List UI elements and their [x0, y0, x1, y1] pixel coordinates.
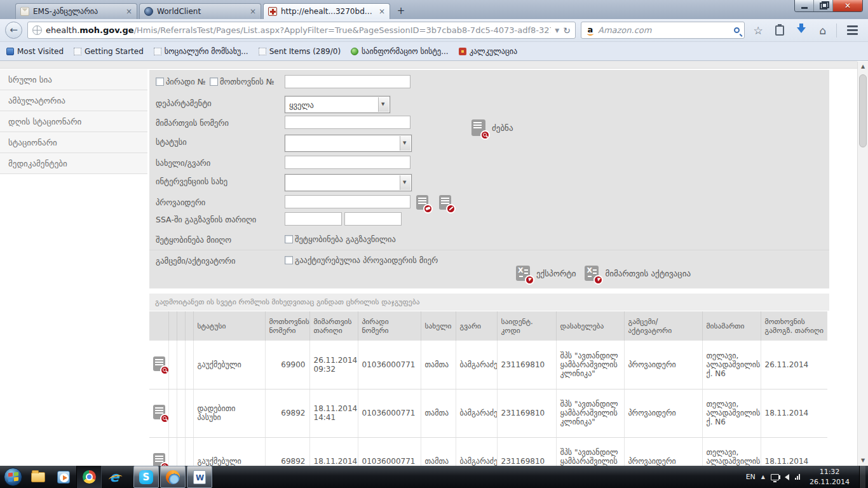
cell-personal-no: 01036000771 [358, 437, 421, 466]
sidebar-item-day-hospital[interactable]: დღის სტაციონარი [0, 111, 147, 132]
referral-number-label: მიმართვის ნომერი [156, 118, 229, 128]
tab-worldclient[interactable]: WorldClient [139, 3, 261, 19]
placeholder-favicon-icon [74, 48, 81, 55]
bookmark-sent-items[interactable]: Sent Items (289/0) [259, 47, 341, 56]
tab-ems[interactable]: EMS-კანცელარია [15, 3, 137, 19]
checkbox-icon[interactable] [285, 235, 293, 243]
referral-details-button[interactable] [153, 405, 165, 419]
amazon-engine-icon[interactable]: a [586, 25, 595, 36]
referral-details-button[interactable] [153, 356, 165, 371]
header-sent-date[interactable]: მოთხოვნის გამოგზ. თარიღი [761, 311, 827, 341]
header-referral-date[interactable]: მიმართვის თარიღი [309, 311, 358, 341]
chevron-down-icon[interactable] [400, 175, 410, 190]
department-select[interactable]: ყველა [285, 96, 390, 113]
search-button[interactable]: ძებნა [471, 119, 513, 136]
address-bar[interactable]: ehealth.moh.gov.ge/Hmis/ReferralsTest/Pa… [27, 22, 576, 39]
bookmark-getting-started[interactable]: Getting Started [74, 47, 144, 56]
url-text[interactable]: ehealth.moh.gov.ge/Hmis/ReferralsTest/Pa… [46, 25, 551, 35]
taskbar-firefox[interactable] [160, 466, 186, 488]
volume-tray-icon[interactable] [785, 474, 789, 480]
header-last-name[interactable]: გვარი [456, 311, 497, 341]
header-org-name[interactable]: დასახელება [556, 311, 624, 341]
show-desktop-button[interactable] [859, 466, 865, 488]
search-icon[interactable] [734, 27, 740, 33]
provider-edit-button[interactable] [439, 195, 451, 210]
downloads-icon[interactable] [797, 27, 806, 33]
bookmark-info-system[interactable]: საინფორმაციო სისტე... [351, 47, 449, 56]
clock[interactable]: 11:32 26.11.2014 [806, 467, 853, 487]
provider-input[interactable] [285, 195, 410, 208]
notification-sent-check[interactable]: შეტყობინება გაგზავნილია [285, 234, 396, 244]
taskbar-internet-explorer[interactable] [102, 466, 127, 488]
vertical-scrollbar[interactable] [857, 62, 868, 466]
reload-icon[interactable] [563, 25, 571, 36]
tab-ehealth-active[interactable]: http://ehealt...3270bde92cc5 [263, 3, 390, 19]
taskbar-chrome[interactable] [76, 466, 102, 488]
bookmark-calculation[interactable]: კალკულაცია [459, 47, 517, 56]
number-input[interactable] [285, 75, 410, 88]
site-identity-icon[interactable] [32, 25, 42, 35]
export-button[interactable]: ექსპორტი [516, 266, 576, 281]
minimize-button[interactable] [795, 0, 814, 11]
chevron-down-icon[interactable] [378, 97, 389, 112]
cell-sent-date: 18.11.2014 [761, 437, 827, 466]
taskbar-word[interactable] [187, 466, 212, 488]
header-request-no[interactable]: მოთხოვნის ნომერი [265, 311, 309, 341]
search-bar[interactable]: a [581, 22, 745, 39]
menu-icon[interactable] [847, 25, 858, 35]
ssa-date-to-input[interactable] [344, 212, 402, 226]
provider-pick-button[interactable] [416, 195, 428, 210]
url-dropdown-icon[interactable] [555, 27, 559, 34]
scrollbar-thumb[interactable] [859, 74, 867, 147]
media-player-icon [57, 471, 70, 484]
sidebar-item-full-list[interactable]: სრული სია [0, 69, 147, 90]
network-tray-icon[interactable] [795, 474, 800, 480]
checkbox-icon[interactable] [156, 78, 164, 86]
home-icon[interactable] [815, 24, 831, 37]
cell-address: თელავი, ალადაშვილის ქ. N6 [702, 341, 761, 389]
scroll-down-icon[interactable] [858, 456, 868, 466]
search-input[interactable] [598, 25, 731, 35]
ssa-date-from-input[interactable] [285, 212, 342, 226]
sidebar-item-ambulatory[interactable]: ამბულატორია [0, 90, 147, 111]
restore-button[interactable] [814, 0, 833, 11]
request-no-check[interactable]: მოთხოვნის № [210, 77, 275, 86]
header-address[interactable]: მისამართი [702, 311, 761, 341]
activated-by-provider-check[interactable]: გააქტიურებულია პროვაიდერის მიერ [285, 255, 438, 265]
sidebar-item-medications[interactable]: მედიკამენტები [0, 153, 147, 174]
bookmark-social-service[interactable]: სოციალური მომსახუ... [154, 47, 248, 56]
hidden-icons-arrow-icon[interactable] [761, 474, 765, 480]
taskbar-explorer[interactable] [25, 466, 51, 488]
bookmarks-menu-icon[interactable] [775, 25, 784, 36]
tab-close-icon[interactable] [379, 7, 385, 16]
taskbar-media-player[interactable] [51, 466, 76, 488]
taskbar-skype[interactable] [133, 466, 159, 488]
checkbox-icon[interactable] [285, 256, 293, 264]
bookmark-star-icon[interactable] [750, 24, 766, 37]
bookmark-most-visited[interactable]: Most Visited [6, 47, 64, 56]
referral-number-input[interactable] [285, 116, 410, 129]
personal-no-check[interactable]: პირადი № [156, 77, 206, 86]
header-personal-no[interactable]: პირადი ნომერი [358, 311, 421, 341]
header-issuer[interactable]: გამცემი/აქტივატორი [624, 311, 702, 341]
header-status[interactable]: სტატუსი [193, 311, 265, 341]
scroll-up-icon[interactable] [858, 62, 868, 72]
header-ident-code[interactable]: საიდენტ. კოდი [497, 311, 556, 341]
referral-activation-button[interactable]: მიმართვის აქტივაცია [585, 266, 691, 281]
name-input[interactable] [285, 156, 410, 169]
start-button[interactable] [4, 468, 22, 486]
close-button[interactable] [833, 0, 862, 11]
status-select[interactable] [285, 135, 412, 152]
tab-close-icon[interactable] [126, 7, 132, 16]
referral-details-button[interactable] [153, 453, 165, 466]
checkbox-icon[interactable] [210, 78, 218, 86]
language-indicator[interactable]: EN [746, 473, 756, 481]
sidebar-item-hospital[interactable]: სტაციონარი [0, 132, 147, 153]
tab-close-icon[interactable] [250, 7, 256, 16]
chevron-down-icon[interactable] [400, 136, 410, 151]
back-button[interactable] [5, 22, 22, 39]
header-first-name[interactable]: სახელი [421, 311, 456, 341]
envelope-icon [20, 7, 29, 16]
new-tab-button[interactable] [393, 5, 409, 18]
intervention-select[interactable] [285, 174, 412, 191]
